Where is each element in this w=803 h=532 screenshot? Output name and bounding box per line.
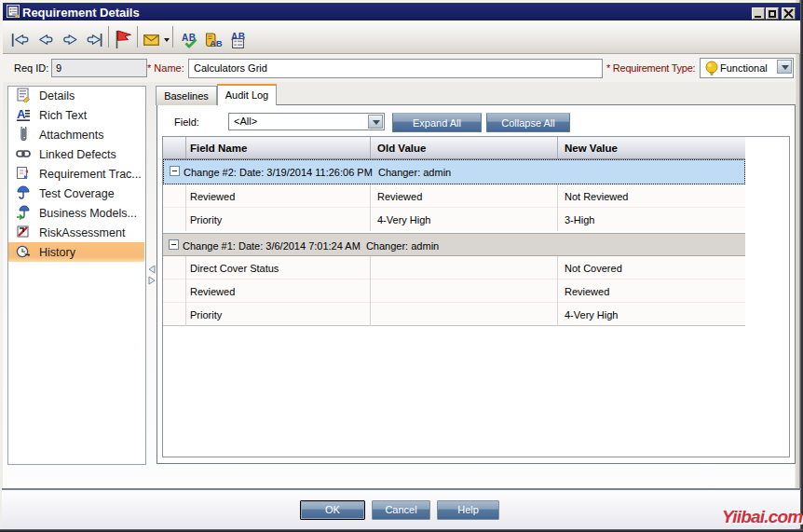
- svg-text:A: A: [17, 107, 26, 121]
